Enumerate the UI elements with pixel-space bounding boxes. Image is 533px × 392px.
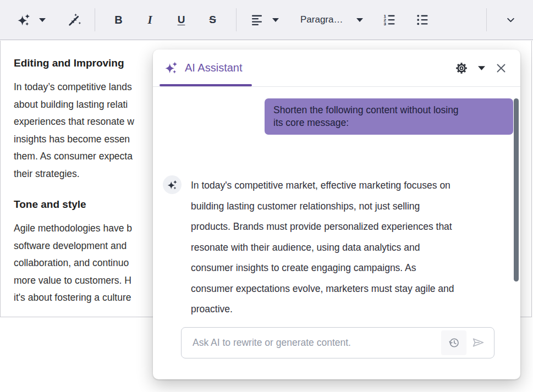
underline-button[interactable]: U xyxy=(166,7,197,32)
caret-down-icon xyxy=(477,65,486,71)
ai-avatar xyxy=(163,175,182,194)
history-icon xyxy=(448,336,460,349)
format-select-label: Paragra… xyxy=(300,14,343,25)
active-tab-indicator xyxy=(160,84,252,86)
user-message-line: its core message: xyxy=(273,117,504,129)
format-select[interactable]: Paragra… xyxy=(294,7,370,32)
ai-response-line: proactive. xyxy=(191,299,454,320)
ai-response-line: In today's competitive market, effective… xyxy=(191,175,454,196)
toolbar-separator xyxy=(236,8,237,31)
toolbar-separator xyxy=(95,8,95,31)
dialog-title: AI Assistant xyxy=(185,62,243,74)
ai-input[interactable] xyxy=(191,336,441,349)
scrollbar-thumb[interactable] xyxy=(514,98,519,281)
caret-down-icon xyxy=(356,18,364,23)
ai-input-box xyxy=(181,327,494,358)
bullet-list-button[interactable] xyxy=(409,7,436,32)
close-button[interactable] xyxy=(495,62,507,74)
ai-enhance-button[interactable] xyxy=(62,7,87,32)
close-icon xyxy=(495,62,507,74)
settings-button[interactable] xyxy=(455,62,468,75)
numbered-list-button[interactable]: 1 2 3 xyxy=(376,7,403,32)
sparkles-icon xyxy=(167,179,178,191)
settings-dropdown-button[interactable] xyxy=(477,65,486,71)
ai-response-line: consumer insights to create engaging cam… xyxy=(191,258,454,279)
ai-response-line: products. Brands must provide personaliz… xyxy=(191,217,454,238)
italic-button[interactable]: I xyxy=(134,7,166,32)
gear-icon xyxy=(455,62,468,75)
align-left-icon xyxy=(250,13,264,27)
send-icon xyxy=(471,336,485,350)
sparkles-icon xyxy=(17,13,31,27)
svg-text:3: 3 xyxy=(384,21,387,26)
caret-down-icon xyxy=(272,18,279,23)
bold-button[interactable]: B xyxy=(103,7,134,32)
user-message-bubble: Shorten the following content without lo… xyxy=(265,98,513,135)
strikethrough-button[interactable]: S xyxy=(197,7,228,32)
caret-down-icon xyxy=(39,18,46,23)
user-message-line: Shorten the following content without lo… xyxy=(273,104,504,117)
dialog-header: AI Assistant xyxy=(153,49,520,87)
send-button[interactable] xyxy=(466,330,490,355)
magic-wand-icon xyxy=(67,13,82,27)
bullet-list-icon xyxy=(415,13,430,27)
tab-ai-assistant[interactable]: AI Assistant xyxy=(164,60,243,75)
ai-assistant-dialog: AI Assistant xyxy=(153,49,520,379)
toolbar-separator xyxy=(486,8,487,31)
ai-response-text: In today's competitive market, effective… xyxy=(191,175,454,320)
chat-area: Shorten the following content without lo… xyxy=(153,87,520,327)
history-button[interactable] xyxy=(441,330,466,355)
numbered-list-icon: 1 2 3 xyxy=(382,13,397,27)
editor-toolbar: B I U S Paragra… 1 xyxy=(0,0,533,40)
toolbar-more-button[interactable] xyxy=(494,7,526,32)
dialog-actions xyxy=(455,62,507,75)
alignment-button[interactable] xyxy=(244,7,285,32)
ai-response-line: building lasting customer relationships,… xyxy=(191,196,454,217)
sparkles-icon xyxy=(164,60,179,75)
chevron-down-icon xyxy=(505,15,516,25)
ai-response: In today's competitive market, effective… xyxy=(163,175,513,320)
ai-response-line: consumer expectations evolve, marketers … xyxy=(191,279,454,300)
dialog-footer xyxy=(153,327,520,379)
ai-response-line: resonate with their audience, using data… xyxy=(191,238,454,258)
ai-assistant-button[interactable] xyxy=(11,7,52,32)
